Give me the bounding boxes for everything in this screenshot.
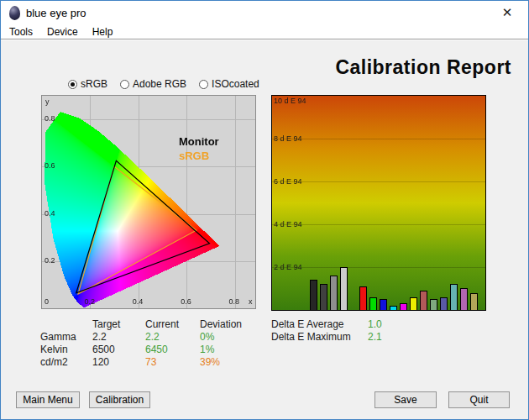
menu-tools[interactable]: Tools bbox=[9, 26, 33, 38]
cie-x-tick: 0.2 bbox=[84, 297, 95, 306]
gamma-deviation: 0% bbox=[200, 331, 252, 344]
calibration-button[interactable]: Calibration bbox=[89, 391, 150, 408]
chart-y-tick-label: 10 d E 94 bbox=[274, 97, 306, 105]
chart-y-tick-label: 6 d E 94 bbox=[274, 177, 302, 186]
chart-y-tick-label: 2 d E 94 bbox=[274, 263, 302, 271]
row-label-gamma: Gamma bbox=[40, 331, 92, 344]
menu-separator bbox=[1, 39, 528, 40]
cie-x-axis-label: x bbox=[249, 297, 253, 306]
menu-bar: Tools Device Help bbox=[1, 24, 528, 39]
kelvin-current: 6450 bbox=[145, 344, 200, 356]
delta-e-bar-black bbox=[310, 280, 317, 310]
delta-e-bar-orchid bbox=[460, 288, 468, 310]
delta-e-summary: Delta E Average 1.0 Delta E Maximum 2.1 bbox=[271, 318, 382, 344]
delta-e-average-label: Delta E Average bbox=[271, 318, 368, 331]
delta-e-bar-blue bbox=[380, 299, 387, 310]
radio-adobe-rgb[interactable]: Adobe RGB bbox=[120, 78, 186, 90]
main-menu-button[interactable]: Main Menu bbox=[16, 391, 80, 408]
radio-srgb-label: sRGB bbox=[81, 78, 107, 90]
kelvin-target: 6500 bbox=[92, 344, 145, 356]
cie-x-tick: 0.4 bbox=[133, 297, 144, 306]
table-header-target: Target bbox=[92, 318, 145, 331]
delta-e-bar-chart: 2 d E 944 d E 946 d E 948 d E 9410 d E 9… bbox=[271, 95, 486, 311]
delta-e-bar-khaki bbox=[470, 293, 478, 310]
gamut-radio-group: sRGB Adobe RGB ISOcoated bbox=[68, 78, 259, 90]
gamma-target: 2.2 bbox=[92, 331, 145, 344]
delta-e-bar-yellow bbox=[410, 297, 417, 310]
legend-monitor: Monitor bbox=[179, 135, 219, 148]
cie-y-axis-label: y bbox=[45, 97, 50, 106]
chart-gridline bbox=[272, 139, 485, 139]
window-title: blue eye pro bbox=[26, 7, 86, 19]
table-header-deviation: Deviation bbox=[200, 318, 252, 331]
radio-button-icon bbox=[199, 80, 208, 89]
close-button[interactable]: ✕ bbox=[493, 3, 521, 23]
cie-y-tick: 0.6 bbox=[45, 161, 55, 170]
cie-y-tick: 0.4 bbox=[45, 209, 55, 218]
cie-x-tick: 0.8 bbox=[229, 297, 240, 306]
delta-e-bar-red bbox=[359, 286, 367, 310]
delta-e-bar-white bbox=[340, 267, 348, 310]
luminance-deviation: 39% bbox=[200, 356, 252, 369]
menu-help[interactable]: Help bbox=[92, 26, 113, 38]
kelvin-deviation: 1% bbox=[200, 344, 252, 356]
cie-x-tick: 0.6 bbox=[181, 297, 191, 306]
chart-gridline bbox=[272, 224, 485, 225]
table-header-current: Current bbox=[145, 318, 200, 331]
row-label-kelvin: Kelvin bbox=[40, 344, 92, 356]
delta-e-maximum-label: Delta E Maximum bbox=[271, 331, 368, 344]
title-bar[interactable]: blue eye pro ✕ bbox=[1, 1, 528, 24]
app-egg-icon bbox=[9, 6, 20, 20]
legend-srgb: sRGB bbox=[179, 150, 209, 162]
delta-e-bar-dark-red bbox=[420, 291, 427, 310]
table-header-blank bbox=[40, 318, 92, 331]
row-label-luminance: cd/m2 bbox=[40, 356, 92, 369]
delta-e-bar-teal bbox=[450, 284, 458, 310]
gamma-current: 2.2 bbox=[145, 331, 200, 344]
delta-e-bar-slate-blue bbox=[440, 297, 448, 310]
radio-isocoated[interactable]: ISOcoated bbox=[199, 78, 259, 90]
app-window: blue eye pro ✕ Tools Device Help Calibra… bbox=[0, 0, 529, 420]
save-button[interactable]: Save bbox=[374, 391, 437, 408]
chart-gridline bbox=[272, 181, 485, 182]
radio-button-icon bbox=[120, 80, 129, 89]
delta-e-value: 2.1 bbox=[368, 331, 382, 344]
delta-e-bar-magenta bbox=[400, 303, 407, 310]
page-title: Calibration Report bbox=[335, 56, 511, 79]
delta-e-bar-dark-gray bbox=[320, 284, 327, 310]
chart-gridline bbox=[272, 267, 485, 268]
radio-adobe-rgb-label: Adobe RGB bbox=[133, 78, 186, 90]
radio-srgb[interactable]: sRGB bbox=[68, 78, 107, 90]
delta-e-bar-cyan bbox=[390, 306, 397, 310]
cie-y-tick: 0.8 bbox=[45, 114, 55, 123]
delta-e-bar-green bbox=[369, 297, 377, 310]
results-table: Target Current Deviation Gamma 2.2 2.2 0… bbox=[40, 318, 252, 369]
close-icon: ✕ bbox=[502, 5, 513, 20]
delta-e-value: 1.0 bbox=[368, 318, 382, 331]
cie-y-tick: 0.2 bbox=[45, 256, 55, 265]
delta-e-bar-gray bbox=[330, 276, 338, 310]
quit-button[interactable]: Quit bbox=[448, 391, 510, 408]
chart-y-tick-label: 8 d E 94 bbox=[274, 134, 302, 143]
luminance-current: 73 bbox=[145, 356, 200, 369]
radio-isocoated-label: ISOcoated bbox=[212, 78, 259, 90]
menu-device[interactable]: Device bbox=[47, 26, 78, 38]
cie-horseshoe-canvas bbox=[42, 96, 255, 308]
chromaticity-diagram: Monitor sRGB 00.20.40.60.80.20.40.60.8yx bbox=[41, 95, 256, 309]
luminance-target: 120 bbox=[92, 356, 145, 369]
cie-x-tick: 0 bbox=[45, 297, 49, 306]
radio-button-icon bbox=[68, 80, 77, 89]
delta-e-bar-pale-green bbox=[430, 299, 437, 310]
chart-y-tick-label: 4 d E 94 bbox=[274, 220, 302, 228]
